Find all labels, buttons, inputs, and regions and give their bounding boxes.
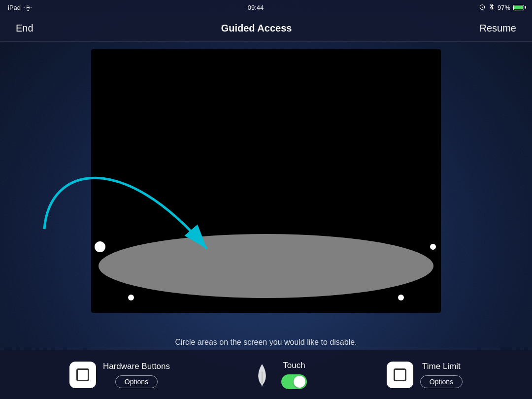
battery-percent: 97% bbox=[498, 4, 510, 11]
bluetooth-icon bbox=[489, 3, 495, 11]
time-limit-section: Time Limit Options bbox=[387, 362, 463, 388]
main-content: ✕ Circle areas on the screen you would l… bbox=[0, 42, 532, 350]
wifi-icon bbox=[24, 4, 33, 11]
end-button[interactable]: End bbox=[12, 21, 37, 36]
touch-section: Touch bbox=[250, 361, 307, 389]
time-limit-label: Time Limit bbox=[422, 362, 461, 371]
handle-bottom-left[interactable] bbox=[128, 295, 134, 300]
status-time: 09:44 bbox=[248, 4, 264, 11]
battery-icon bbox=[513, 5, 524, 10]
handle-top-right[interactable] bbox=[430, 244, 436, 250]
app-area: ✕ bbox=[91, 49, 441, 313]
hardware-buttons-label: Hardware Buttons bbox=[103, 362, 170, 371]
alarm-icon bbox=[479, 4, 486, 11]
pen-icon bbox=[251, 363, 273, 387]
time-limit-options-button[interactable]: Options bbox=[420, 375, 463, 388]
handle-top-left[interactable] bbox=[96, 244, 102, 250]
ellipse-shape[interactable]: ✕ bbox=[99, 234, 433, 298]
hardware-buttons-group: Hardware Buttons Options bbox=[103, 362, 170, 388]
instruction-text: Circle areas on the screen you would lik… bbox=[91, 338, 441, 347]
nav-title: Guided Access bbox=[221, 23, 292, 34]
hardware-buttons-section: Hardware Buttons Options bbox=[69, 362, 170, 388]
hardware-buttons-options-button[interactable]: Options bbox=[115, 375, 158, 388]
bottom-toolbar: Hardware Buttons Options Touch Time Limi… bbox=[0, 350, 532, 399]
nav-bar: End Guided Access Resume bbox=[0, 15, 532, 42]
ellipse-container[interactable]: ✕ bbox=[99, 234, 433, 298]
status-left: iPad bbox=[8, 4, 33, 11]
time-limit-icon[interactable] bbox=[387, 362, 413, 388]
touch-label-group: Touch bbox=[281, 361, 307, 389]
handle-bottom-right[interactable] bbox=[398, 295, 404, 300]
status-bar: iPad 09:44 97% bbox=[0, 0, 532, 15]
pen-icon-area bbox=[250, 363, 274, 387]
time-label: 09:44 bbox=[248, 4, 264, 11]
hardware-buttons-icon[interactable] bbox=[69, 362, 96, 388]
resume-button[interactable]: Resume bbox=[476, 21, 520, 36]
touch-toggle[interactable] bbox=[281, 374, 307, 389]
instruction-label: Circle areas on the screen you would lik… bbox=[175, 338, 357, 346]
device-label: iPad bbox=[8, 4, 21, 11]
time-limit-group: Time Limit Options bbox=[420, 362, 463, 388]
touch-label: Touch bbox=[283, 361, 305, 370]
status-right: 97% bbox=[479, 3, 524, 11]
